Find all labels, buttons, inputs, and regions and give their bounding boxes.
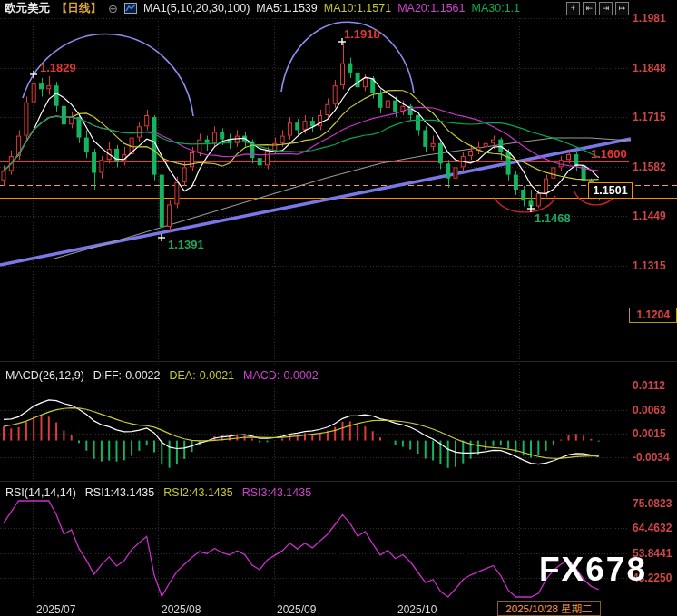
scale-right-icon[interactable]: ⇥ (599, 2, 613, 15)
chart-style-icon[interactable] (124, 3, 137, 14)
rsi-axis-label: 75.0823 (633, 497, 672, 510)
extreme-price-label: 1.1391 (168, 238, 204, 251)
price-axis-label: 1.1715 (633, 111, 666, 123)
add-indicator-icon[interactable]: ⊕ (108, 2, 118, 15)
ma20-value: MA20:1.1561 (397, 2, 465, 15)
pan-icon[interactable]: + (566, 2, 580, 15)
date-axis-label: 2025/09 (277, 603, 316, 616)
axis-boxed-label: 1.1204 (629, 308, 677, 323)
chart-canvas[interactable] (0, 0, 677, 616)
extreme-price-label: 1.1468 (535, 211, 571, 225)
extreme-price-label: 1.1918 (344, 27, 380, 41)
ma10-value: MA10:1.1571 (324, 2, 391, 15)
macd-axis-label: 0.0063 (633, 404, 666, 416)
price-axis-label: 1.1449 (633, 210, 666, 222)
symbol-title: 欧元美元 (5, 1, 50, 16)
rsi3-value: RSI3:43.1435 (242, 486, 311, 499)
shift-right-icon[interactable]: ↦ (615, 2, 629, 15)
rsi-params-label: RSI(14,14,14) (5, 486, 76, 499)
watermark: FX678 (539, 551, 647, 589)
trading-chart-app: 欧元美元 【日线】 ⊕ MA1(5,10,20,30,100) MA5:1.15… (0, 0, 677, 616)
rsi1-value: RSI1:43.1435 (85, 486, 154, 499)
level-price-label: 1.1600 (591, 147, 627, 161)
macd-diff-value: DIFF:-0.0022 (93, 369, 161, 382)
period-tag: 【日线】 (56, 1, 102, 16)
ma5-value: MA5:1.1539 (256, 2, 317, 15)
price-axis-label: 1.1848 (633, 62, 666, 74)
date-axis-label: 2025/08 (162, 603, 201, 616)
ma-settings-label: MA1(5,10,20,30,100) (143, 2, 250, 15)
macd-axis-label: 0.0015 (633, 427, 666, 440)
extreme-price-label: 1.1829 (40, 61, 76, 74)
rsi-axis-label: 64.4632 (633, 522, 672, 534)
price-axis-label: 1.1981 (633, 12, 666, 24)
price-axis-label: 1.1582 (633, 161, 666, 173)
chart-header: 欧元美元 【日线】 ⊕ MA1(5,10,20,30,100) MA5:1.15… (5, 1, 520, 15)
chart-toolbar: +⇤⇥↦ (566, 2, 629, 15)
macd-dea-value: DEA:-0.0021 (169, 369, 234, 382)
rsi-header: RSI(14,14,14) RSI1:43.1435 RSI2:43.1435 … (5, 486, 311, 499)
macd-header: MACD(26,12,9) DIFF:-0.0022 DEA:-0.0021 M… (5, 369, 319, 382)
macd-axis-label: -0.0034 (633, 451, 670, 464)
date-axis-label: 2025/10 (397, 603, 437, 616)
current-date-label: 2025/10/28 星期二 (497, 601, 601, 616)
ma30-value: MA30:1.1 (472, 2, 521, 15)
price-axis-label: 1.1315 (633, 259, 666, 272)
date-axis-label: 2025/07 (36, 603, 75, 616)
current-price-tag: 1.1501 (588, 182, 633, 199)
scale-left-icon[interactable]: ⇤ (583, 2, 596, 15)
macd-axis-label: 0.0112 (633, 379, 665, 392)
rsi2-value: RSI2:43.1435 (163, 486, 232, 499)
macd-params-label: MACD(26,12,9) (5, 369, 84, 382)
macd-hist-value: MACD:-0.0002 (243, 369, 319, 382)
